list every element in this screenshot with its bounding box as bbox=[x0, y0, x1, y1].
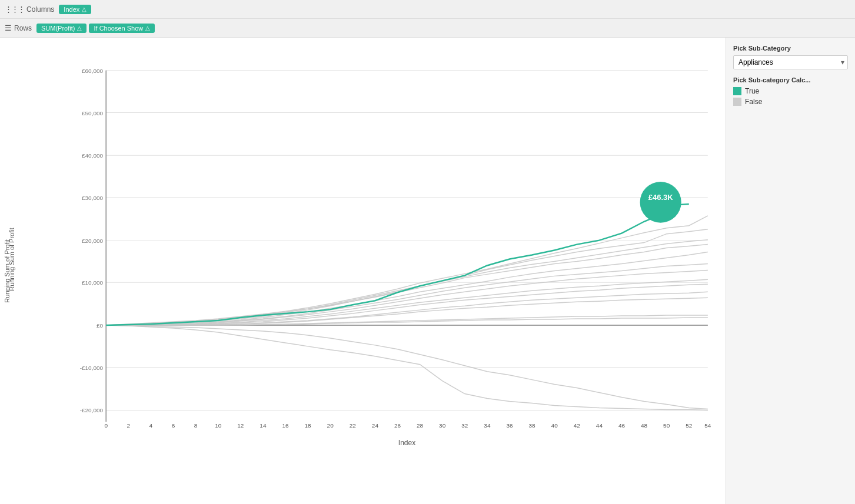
svg-text:-£20,000: -£20,000 bbox=[80, 407, 104, 413]
rows-label: ☰ Rows bbox=[5, 24, 32, 32]
svg-text:54: 54 bbox=[704, 422, 711, 429]
svg-text:14: 14 bbox=[260, 422, 267, 429]
svg-text:46: 46 bbox=[618, 422, 626, 429]
svg-text:£60,000: £60,000 bbox=[82, 68, 104, 74]
sub-category-dropdown-wrapper: Appliances Bookcases Chairs Copiers Enve… bbox=[733, 55, 848, 69]
svg-text:48: 48 bbox=[641, 422, 648, 429]
tooltip-bubble bbox=[640, 182, 681, 223]
columns-toolbar: ⋮⋮⋮ Columns Index △ bbox=[0, 0, 855, 19]
legend-item-true: True bbox=[733, 87, 848, 95]
svg-text:24: 24 bbox=[372, 422, 379, 429]
y-axis-label-text: Running Sum of Profit bbox=[4, 239, 11, 303]
svg-text:0: 0 bbox=[104, 422, 108, 429]
legend-item-false: False bbox=[733, 98, 848, 106]
svg-text:16: 16 bbox=[282, 422, 289, 429]
svg-text:26: 26 bbox=[394, 422, 401, 429]
svg-text:30: 30 bbox=[439, 422, 446, 429]
x-axis-label: Index bbox=[398, 439, 415, 447]
svg-text:12: 12 bbox=[237, 422, 244, 429]
legend-label-true: True bbox=[745, 87, 759, 95]
svg-text:-£10,000: -£10,000 bbox=[80, 365, 104, 371]
teal-line-selected bbox=[106, 204, 689, 325]
svg-text:£40,000: £40,000 bbox=[82, 152, 104, 159]
rows-toolbar: ☰ Rows SUM(Profit) △ If Choosen Show △ bbox=[0, 19, 855, 38]
sidebar: Pick Sub-Category Appliances Bookcases C… bbox=[726, 38, 855, 504]
main-area: Running Sum of Profit £60,000 £50,000 £4… bbox=[0, 38, 855, 504]
svg-text:22: 22 bbox=[350, 422, 357, 429]
svg-text:38: 38 bbox=[529, 422, 536, 429]
svg-text:£20,000: £20,000 bbox=[82, 238, 104, 244]
svg-text:52: 52 bbox=[686, 422, 693, 429]
rows-pill-sum-profit[interactable]: SUM(Profit) △ bbox=[36, 24, 87, 33]
gray-line-1 bbox=[106, 216, 708, 325]
svg-text:£50,000: £50,000 bbox=[82, 110, 104, 116]
svg-text:6: 6 bbox=[172, 422, 175, 429]
svg-text:40: 40 bbox=[551, 422, 558, 429]
columns-label: ⋮⋮⋮ Columns bbox=[5, 5, 54, 14]
filter-title: Pick Sub-Category bbox=[733, 45, 848, 52]
svg-text:2: 2 bbox=[127, 422, 131, 429]
gray-line-2 bbox=[106, 229, 708, 325]
chart-svg: £60,000 £50,000 £40,000 £30,000 £20,000 … bbox=[59, 47, 726, 469]
svg-text:32: 32 bbox=[461, 422, 468, 429]
svg-text:8: 8 bbox=[194, 422, 198, 429]
svg-text:£0: £0 bbox=[97, 322, 104, 329]
svg-text:34: 34 bbox=[484, 422, 491, 429]
legend-color-true bbox=[733, 87, 741, 95]
svg-text:36: 36 bbox=[506, 422, 513, 429]
svg-text:28: 28 bbox=[417, 422, 424, 429]
filter-section: Pick Sub-Category Appliances Bookcases C… bbox=[733, 45, 848, 69]
legend-label-false: False bbox=[745, 98, 762, 106]
legend-title: Pick Sub-category Calc... bbox=[733, 76, 848, 84]
svg-text:42: 42 bbox=[574, 422, 581, 429]
svg-text:4: 4 bbox=[149, 422, 153, 429]
svg-text:£10,000: £10,000 bbox=[82, 279, 104, 286]
tooltip-value: £46.3K bbox=[648, 193, 674, 202]
svg-text:£30,000: £30,000 bbox=[82, 195, 104, 201]
legend-color-false bbox=[733, 98, 741, 106]
columns-icon: ⋮⋮⋮ bbox=[5, 5, 24, 14]
columns-pill-index[interactable]: Index △ bbox=[59, 5, 91, 14]
svg-text:18: 18 bbox=[305, 422, 312, 429]
svg-text:50: 50 bbox=[663, 422, 670, 429]
svg-text:44: 44 bbox=[596, 422, 603, 429]
svg-text:20: 20 bbox=[327, 422, 334, 429]
rows-pill-if-choosen[interactable]: If Choosen Show △ bbox=[89, 24, 155, 33]
sub-category-dropdown[interactable]: Appliances Bookcases Chairs Copiers Enve… bbox=[733, 55, 848, 69]
legend-section: Pick Sub-category Calc... True False bbox=[733, 76, 848, 108]
svg-text:10: 10 bbox=[215, 422, 222, 429]
rows-icon: ☰ bbox=[5, 24, 12, 32]
chart-container: Running Sum of Profit £60,000 £50,000 £4… bbox=[0, 38, 726, 504]
